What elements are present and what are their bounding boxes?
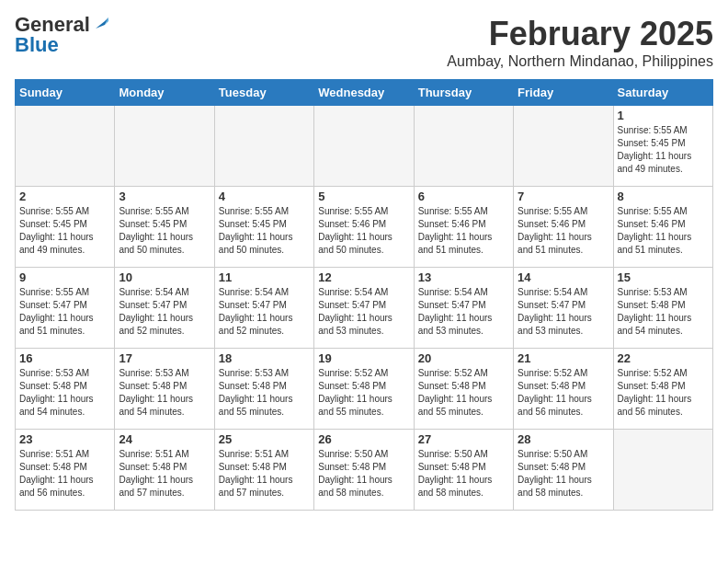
logo-bird-icon xyxy=(92,16,108,32)
day-info: Sunrise: 5:54 AMSunset: 5:47 PMDaylight:… xyxy=(318,286,409,338)
day-info: Sunrise: 5:52 AMSunset: 5:48 PMDaylight:… xyxy=(518,367,609,419)
calendar-header-row: SundayMondayTuesdayWednesdayThursdayFrid… xyxy=(16,80,713,106)
calendar-cell: 19Sunrise: 5:52 AMSunset: 5:48 PMDayligh… xyxy=(314,349,414,430)
calendar-cell xyxy=(115,106,214,187)
calendar-header-tuesday: Tuesday xyxy=(214,80,313,106)
day-info: Sunrise: 5:53 AMSunset: 5:48 PMDaylight:… xyxy=(19,367,110,419)
calendar-cell: 13Sunrise: 5:54 AMSunset: 5:47 PMDayligh… xyxy=(414,268,513,349)
calendar-table: SundayMondayTuesdayWednesdayThursdayFrid… xyxy=(15,79,713,511)
day-number: 9 xyxy=(19,270,110,284)
day-info: Sunrise: 5:55 AMSunset: 5:47 PMDaylight:… xyxy=(19,286,110,338)
day-number: 17 xyxy=(119,351,210,365)
day-info: Sunrise: 5:50 AMSunset: 5:48 PMDaylight:… xyxy=(418,448,509,500)
day-number: 25 xyxy=(219,432,310,446)
calendar-cell: 9Sunrise: 5:55 AMSunset: 5:47 PMDaylight… xyxy=(16,268,115,349)
day-number: 22 xyxy=(618,351,709,365)
calendar-cell xyxy=(414,106,513,187)
calendar-cell: 7Sunrise: 5:55 AMSunset: 5:46 PMDaylight… xyxy=(514,187,613,268)
calendar-cell: 24Sunrise: 5:51 AMSunset: 5:48 PMDayligh… xyxy=(115,430,214,511)
day-info: Sunrise: 5:53 AMSunset: 5:48 PMDaylight:… xyxy=(219,367,310,419)
calendar-header-wednesday: Wednesday xyxy=(314,80,414,106)
calendar-cell: 22Sunrise: 5:52 AMSunset: 5:48 PMDayligh… xyxy=(613,349,712,430)
day-number: 20 xyxy=(418,351,509,365)
day-number: 12 xyxy=(318,270,409,284)
month-title: February 2025 xyxy=(447,15,713,53)
day-number: 24 xyxy=(119,432,210,446)
calendar-cell: 20Sunrise: 5:52 AMSunset: 5:48 PMDayligh… xyxy=(414,349,513,430)
calendar-cell: 5Sunrise: 5:55 AMSunset: 5:46 PMDaylight… xyxy=(314,187,414,268)
day-info: Sunrise: 5:51 AMSunset: 5:48 PMDaylight:… xyxy=(219,448,310,500)
day-info: Sunrise: 5:52 AMSunset: 5:48 PMDaylight:… xyxy=(418,367,509,419)
day-info: Sunrise: 5:50 AMSunset: 5:48 PMDaylight:… xyxy=(318,448,409,500)
calendar-cell: 3Sunrise: 5:55 AMSunset: 5:45 PMDaylight… xyxy=(115,187,214,268)
day-info: Sunrise: 5:54 AMSunset: 5:47 PMDaylight:… xyxy=(119,286,210,338)
calendar-cell: 27Sunrise: 5:50 AMSunset: 5:48 PMDayligh… xyxy=(414,430,513,511)
day-info: Sunrise: 5:52 AMSunset: 5:48 PMDaylight:… xyxy=(318,367,409,419)
day-info: Sunrise: 5:54 AMSunset: 5:47 PMDaylight:… xyxy=(219,286,310,338)
calendar-cell: 21Sunrise: 5:52 AMSunset: 5:48 PMDayligh… xyxy=(514,349,613,430)
calendar-cell: 10Sunrise: 5:54 AMSunset: 5:47 PMDayligh… xyxy=(115,268,214,349)
calendar-cell: 23Sunrise: 5:51 AMSunset: 5:48 PMDayligh… xyxy=(16,430,115,511)
calendar-header-monday: Monday xyxy=(115,80,214,106)
calendar-cell xyxy=(214,106,313,187)
calendar-cell xyxy=(16,106,115,187)
day-number: 1 xyxy=(618,109,709,122)
day-info: Sunrise: 5:54 AMSunset: 5:47 PMDaylight:… xyxy=(418,286,509,338)
page-header: General Blue February 2025 Aumbay, North… xyxy=(15,15,713,70)
day-number: 11 xyxy=(219,270,310,284)
day-number: 8 xyxy=(618,190,709,203)
day-info: Sunrise: 5:54 AMSunset: 5:47 PMDaylight:… xyxy=(518,286,609,338)
calendar-header-sunday: Sunday xyxy=(16,80,115,106)
calendar-cell: 14Sunrise: 5:54 AMSunset: 5:47 PMDayligh… xyxy=(514,268,613,349)
day-number: 23 xyxy=(19,432,110,446)
title-section: February 2025 Aumbay, Northern Mindanao,… xyxy=(447,15,713,70)
day-number: 28 xyxy=(518,432,609,446)
calendar-cell: 1Sunrise: 5:55 AMSunset: 5:45 PMDaylight… xyxy=(613,106,712,187)
calendar-header-thursday: Thursday xyxy=(414,80,513,106)
calendar-cell: 16Sunrise: 5:53 AMSunset: 5:48 PMDayligh… xyxy=(16,349,115,430)
calendar-header-friday: Friday xyxy=(514,80,613,106)
calendar-week-row: 9Sunrise: 5:55 AMSunset: 5:47 PMDaylight… xyxy=(16,268,713,349)
calendar-cell: 6Sunrise: 5:55 AMSunset: 5:46 PMDaylight… xyxy=(414,187,513,268)
calendar-cell xyxy=(314,106,414,187)
calendar-cell: 12Sunrise: 5:54 AMSunset: 5:47 PMDayligh… xyxy=(314,268,414,349)
day-info: Sunrise: 5:51 AMSunset: 5:48 PMDaylight:… xyxy=(119,448,210,500)
day-info: Sunrise: 5:51 AMSunset: 5:48 PMDaylight:… xyxy=(19,448,110,500)
day-number: 5 xyxy=(318,190,409,203)
day-number: 6 xyxy=(418,190,509,203)
calendar-cell: 25Sunrise: 5:51 AMSunset: 5:48 PMDayligh… xyxy=(214,430,313,511)
day-number: 3 xyxy=(119,190,210,203)
calendar-cell xyxy=(613,430,712,511)
calendar-week-row: 1Sunrise: 5:55 AMSunset: 5:45 PMDaylight… xyxy=(16,106,713,187)
day-number: 10 xyxy=(119,270,210,284)
day-info: Sunrise: 5:55 AMSunset: 5:45 PMDaylight:… xyxy=(119,205,210,257)
day-number: 21 xyxy=(518,351,609,365)
day-info: Sunrise: 5:53 AMSunset: 5:48 PMDaylight:… xyxy=(119,367,210,419)
day-info: Sunrise: 5:52 AMSunset: 5:48 PMDaylight:… xyxy=(618,367,709,419)
day-info: Sunrise: 5:55 AMSunset: 5:46 PMDaylight:… xyxy=(418,205,509,257)
calendar-cell: 15Sunrise: 5:53 AMSunset: 5:48 PMDayligh… xyxy=(613,268,712,349)
logo-general-text: General xyxy=(15,15,90,35)
calendar-week-row: 23Sunrise: 5:51 AMSunset: 5:48 PMDayligh… xyxy=(16,430,713,511)
calendar-cell: 8Sunrise: 5:55 AMSunset: 5:46 PMDaylight… xyxy=(613,187,712,268)
logo-blue-text: Blue xyxy=(15,35,59,55)
day-info: Sunrise: 5:50 AMSunset: 5:48 PMDaylight:… xyxy=(518,448,609,500)
location-title: Aumbay, Northern Mindanao, Philippines xyxy=(447,53,713,70)
day-info: Sunrise: 5:55 AMSunset: 5:46 PMDaylight:… xyxy=(618,205,709,257)
day-number: 14 xyxy=(518,270,609,284)
day-number: 13 xyxy=(418,270,509,284)
calendar-cell: 18Sunrise: 5:53 AMSunset: 5:48 PMDayligh… xyxy=(214,349,313,430)
day-number: 18 xyxy=(219,351,310,365)
calendar-cell: 28Sunrise: 5:50 AMSunset: 5:48 PMDayligh… xyxy=(514,430,613,511)
day-info: Sunrise: 5:55 AMSunset: 5:45 PMDaylight:… xyxy=(19,205,110,257)
day-number: 7 xyxy=(518,190,609,203)
day-number: 26 xyxy=(318,432,409,446)
day-info: Sunrise: 5:55 AMSunset: 5:46 PMDaylight:… xyxy=(318,205,409,257)
calendar-cell: 17Sunrise: 5:53 AMSunset: 5:48 PMDayligh… xyxy=(115,349,214,430)
calendar-cell: 11Sunrise: 5:54 AMSunset: 5:47 PMDayligh… xyxy=(214,268,313,349)
calendar-cell xyxy=(514,106,613,187)
calendar-week-row: 16Sunrise: 5:53 AMSunset: 5:48 PMDayligh… xyxy=(16,349,713,430)
day-info: Sunrise: 5:53 AMSunset: 5:48 PMDaylight:… xyxy=(618,286,709,338)
day-number: 27 xyxy=(418,432,509,446)
day-number: 4 xyxy=(219,190,310,203)
